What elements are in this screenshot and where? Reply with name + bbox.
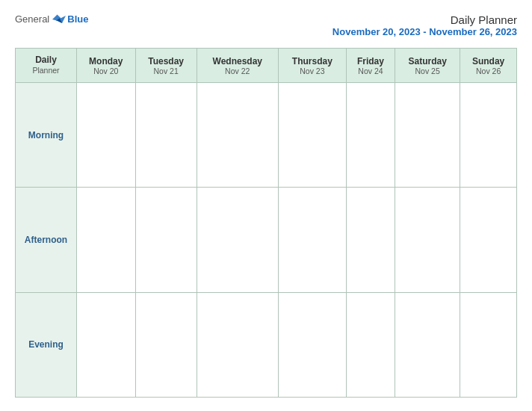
- evening-saturday[interactable]: [395, 292, 460, 397]
- date-range: November 20, 2023 - November 26, 2023: [332, 26, 517, 37]
- afternoon-sunday[interactable]: [460, 188, 517, 292]
- sunday-date: Nov 26: [463, 67, 513, 75]
- page: General Blue Daily Planner November 20, …: [0, 0, 532, 411]
- col-header-friday: Friday Nov 24: [346, 49, 395, 83]
- col-header-sunday: Sunday Nov 26: [460, 49, 517, 83]
- tuesday-date: Nov 21: [139, 67, 194, 75]
- monday-label: Monday: [80, 56, 132, 67]
- afternoon-wednesday[interactable]: [197, 188, 278, 292]
- planner-table: Daily Planner Monday Nov 20 Tuesday Nov …: [15, 48, 517, 398]
- evening-sunday[interactable]: [460, 292, 517, 397]
- first-col-line1: Daily: [19, 55, 73, 67]
- afternoon-label: Afternoon: [16, 188, 77, 292]
- sunday-label: Sunday: [463, 56, 513, 67]
- morning-label: Morning: [16, 83, 77, 188]
- planner-title: Daily Planner: [332, 13, 517, 26]
- col-header-monday: Monday Nov 20: [77, 49, 136, 83]
- friday-date: Nov 24: [350, 67, 392, 75]
- evening-label: Evening: [16, 292, 77, 397]
- afternoon-saturday[interactable]: [395, 188, 460, 292]
- evening-wednesday[interactable]: [197, 292, 278, 397]
- table-header-row: Daily Planner Monday Nov 20 Tuesday Nov …: [16, 49, 517, 83]
- wednesday-date: Nov 22: [200, 67, 275, 75]
- morning-friday[interactable]: [346, 83, 395, 188]
- friday-label: Friday: [350, 56, 392, 67]
- evening-thursday[interactable]: [278, 292, 346, 397]
- logo-bird-icon: [52, 14, 66, 25]
- monday-date: Nov 20: [80, 67, 132, 75]
- saturday-date: Nov 25: [398, 67, 457, 75]
- saturday-label: Saturday: [398, 56, 457, 67]
- afternoon-monday[interactable]: [77, 188, 136, 292]
- logo-blue-text: Blue: [67, 13, 88, 25]
- evening-friday[interactable]: [346, 292, 395, 397]
- evening-tuesday[interactable]: [135, 292, 197, 397]
- header: General Blue Daily Planner November 20, …: [15, 13, 517, 37]
- title-area: Daily Planner November 20, 2023 - Novemb…: [332, 13, 517, 37]
- morning-monday[interactable]: [77, 83, 136, 188]
- thursday-label: Thursday: [282, 56, 343, 67]
- afternoon-thursday[interactable]: [278, 188, 346, 292]
- col-header-wednesday: Wednesday Nov 22: [197, 49, 278, 83]
- afternoon-tuesday[interactable]: [135, 188, 197, 292]
- morning-tuesday[interactable]: [135, 83, 197, 188]
- wednesday-label: Wednesday: [200, 56, 275, 67]
- first-col-header: Daily Planner: [16, 49, 77, 83]
- afternoon-row: Afternoon: [16, 188, 517, 292]
- col-header-thursday: Thursday Nov 23: [278, 49, 346, 83]
- col-header-tuesday: Tuesday Nov 21: [135, 49, 197, 83]
- logo-general-text: General: [15, 13, 49, 25]
- logo: General Blue: [15, 13, 88, 25]
- morning-sunday[interactable]: [460, 83, 517, 188]
- evening-row: Evening: [16, 292, 517, 397]
- first-col-line2: Planner: [19, 66, 73, 76]
- thursday-date: Nov 23: [282, 67, 343, 75]
- morning-thursday[interactable]: [278, 83, 346, 188]
- afternoon-friday[interactable]: [346, 188, 395, 292]
- morning-row: Morning: [16, 83, 517, 188]
- evening-monday[interactable]: [77, 292, 136, 397]
- tuesday-label: Tuesday: [139, 56, 194, 67]
- logo-area: General Blue: [15, 13, 88, 25]
- col-header-saturday: Saturday Nov 25: [395, 49, 460, 83]
- morning-wednesday[interactable]: [197, 83, 278, 188]
- morning-saturday[interactable]: [395, 83, 460, 188]
